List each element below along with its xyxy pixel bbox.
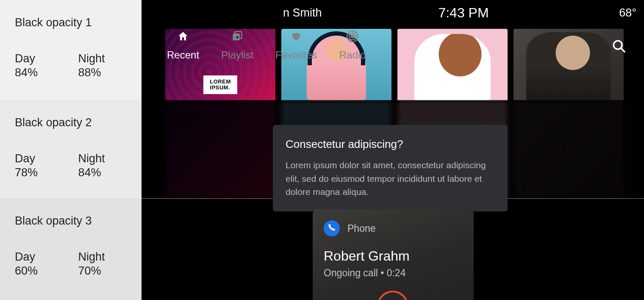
caller-name: Robert Grahm [324, 248, 463, 264]
svg-line-6 [621, 48, 625, 52]
day-value: 84% [15, 66, 78, 79]
phone-icon [328, 223, 336, 233]
opacity-title: Black opacity 1 [15, 16, 142, 29]
svg-point-5 [613, 41, 622, 49]
lorem-badge: LOREM IPSUM. [203, 75, 237, 94]
media-card-grey[interactable] [514, 29, 624, 101]
night-value: 84% [78, 166, 142, 179]
heart-icon [290, 31, 302, 45]
tab-label: Playlist [221, 49, 253, 61]
day-label: Day [15, 52, 78, 65]
svg-rect-0 [233, 33, 240, 40]
day-label: Day [15, 250, 78, 264]
main-canvas: n Smith 7:43 PM 68° Recent Playlist Favo… [142, 0, 644, 300]
night-value: 88% [78, 66, 142, 79]
phone-app-icon [324, 220, 340, 236]
dialog-body: Lorem ipsum dolor sit amet, consectetur … [286, 158, 495, 199]
tab-recent[interactable]: Recent [167, 31, 199, 61]
media-tabs: Recent Playlist Favorites Radio [167, 31, 366, 61]
playlist-icon [231, 31, 243, 45]
opacity-title: Black opacity 3 [15, 214, 142, 228]
tab-label: Radio [339, 49, 366, 61]
night-label: Night [78, 52, 142, 65]
opacity-row-2: Black opacity 2 Day 78% Night 84% [0, 100, 142, 198]
media-card-pink[interactable] [397, 29, 508, 101]
night-value: 70% [78, 264, 142, 278]
tab-radio[interactable]: Radio [339, 31, 366, 61]
temperature: 68° [619, 6, 636, 19]
radio-icon [347, 31, 358, 45]
hangup-button[interactable] [377, 291, 408, 300]
day-value: 60% [15, 264, 78, 278]
search-button[interactable] [612, 39, 626, 55]
tab-favorites[interactable]: Favorites [275, 31, 317, 61]
search-icon [612, 47, 626, 55]
tab-playlist[interactable]: Playlist [221, 31, 253, 61]
phone-app-label: Phone [347, 223, 376, 234]
opacity-title: Black opacity 2 [15, 116, 142, 129]
tab-label: Recent [167, 49, 199, 61]
opacity-row-1: Black opacity 1 Day 84% Night 88% [0, 0, 142, 100]
day-label: Day [15, 152, 78, 165]
night-label: Night [78, 152, 142, 165]
user-name-partial: n Smith [283, 6, 322, 19]
opacity-spec-sidebar: Black opacity 1 Day 84% Night 88% Black … [0, 0, 142, 300]
clock: 7:43 PM [438, 5, 489, 21]
night-label: Night [78, 250, 142, 264]
opacity-row-3: Black opacity 3 Day 60% Night 70% [0, 198, 142, 300]
day-value: 78% [15, 166, 78, 179]
call-status: Ongoing call • 0:24 [324, 267, 463, 279]
status-bar: n Smith 7:43 PM 68° [283, 0, 644, 25]
dialog-title: Consectetur adipiscing? [286, 138, 495, 151]
tab-label: Favorites [275, 49, 317, 61]
home-icon [177, 31, 189, 45]
info-dialog[interactable]: Consectetur adipiscing? Lorem ipsum dolo… [273, 125, 508, 211]
ongoing-call-card[interactable]: Phone Robert Grahm Ongoing call • 0:24 [313, 209, 474, 300]
svg-point-2 [351, 35, 354, 38]
